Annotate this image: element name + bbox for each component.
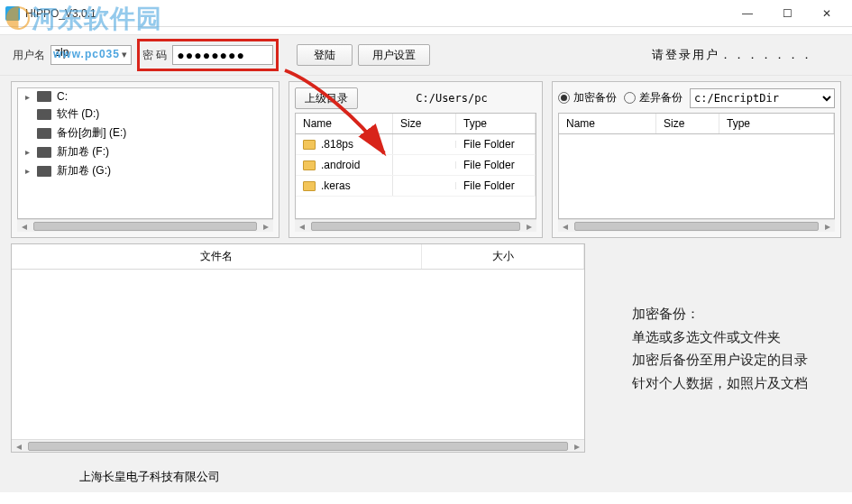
drive-icon xyxy=(37,166,51,177)
app-icon xyxy=(5,6,20,21)
file-type: File Folder xyxy=(456,155,536,175)
username-label: 用户名 xyxy=(13,48,45,63)
password-label: 密 码 xyxy=(142,48,167,63)
tree-node[interactable]: 软件 (D:) xyxy=(18,105,272,124)
expand-icon[interactable]: ▸ xyxy=(23,147,32,157)
tree-label: 新加卷 (G:) xyxy=(57,163,111,179)
tree-node[interactable]: ▸新加卷 (F:) xyxy=(18,142,272,161)
col-size[interactable]: Size xyxy=(393,114,456,133)
file-type: File Folder xyxy=(456,134,536,154)
titlebar: HIPPO_V3.0.1 — ☐ ✕ xyxy=(0,0,852,27)
user-settings-button[interactable]: 用户设置 xyxy=(358,44,430,66)
col-type[interactable]: Type xyxy=(456,114,536,133)
drive-icon xyxy=(37,109,51,120)
source-file-list[interactable]: .818psFile Folder.androidFile Folder.ker… xyxy=(295,133,536,219)
tree-label: 新加卷 (F:) xyxy=(57,144,109,160)
password-highlight-box: 密 码 xyxy=(137,39,279,71)
target-scrollbar[interactable]: ◂▸ xyxy=(558,219,835,232)
help-line2: 加密后备份至用户设定的目录 xyxy=(632,348,808,371)
col-name-r[interactable]: Name xyxy=(559,114,656,133)
current-path: C:/Users/pc xyxy=(367,92,536,105)
source-list-header: Name Size Type xyxy=(295,113,536,133)
login-toolbar: 用户名 zlp www.pc035 密 码 登陆 用户设置 请登录用户．．．．．… xyxy=(0,34,852,76)
list-item[interactable]: .818psFile Folder xyxy=(296,134,536,155)
target-list-header: Name Size Type xyxy=(558,113,835,133)
password-input[interactable] xyxy=(172,45,273,65)
drive-icon xyxy=(37,147,51,158)
tree-node[interactable]: ▸新加卷 (G:) xyxy=(18,161,272,180)
encrypt-backup-radio[interactable]: 加密备份 xyxy=(558,90,617,105)
selected-scrollbar[interactable]: ◂▸ xyxy=(12,439,584,452)
tree-label: 备份[勿删] (E:) xyxy=(57,125,126,141)
col-type-r[interactable]: Type xyxy=(719,114,834,133)
tree-label: C: xyxy=(57,90,68,103)
folder-icon xyxy=(303,181,316,191)
backup-target-panel: 加密备份 差异备份 c:/EncriptDir Name Size Type ◂… xyxy=(552,81,841,238)
col-filename[interactable]: 文件名 xyxy=(12,244,422,269)
selected-files-list[interactable] xyxy=(12,270,584,439)
col-size-r[interactable]: Size xyxy=(656,114,719,133)
file-size xyxy=(393,182,456,189)
drive-icon xyxy=(37,128,51,139)
expand-icon[interactable]: ▸ xyxy=(23,92,32,102)
help-title: 加密备份： xyxy=(632,302,808,325)
file-size xyxy=(393,141,456,148)
expand-icon[interactable]: ▸ xyxy=(23,166,32,176)
file-size xyxy=(393,161,456,169)
pcsite-overlay: www.pc035 xyxy=(53,48,120,60)
list-item[interactable]: .kerasFile Folder xyxy=(296,176,536,197)
file-name: .android xyxy=(321,159,360,171)
file-name: .818ps xyxy=(321,138,353,151)
folder-icon xyxy=(303,160,316,170)
drive-tree[interactable]: ▸C:软件 (D:)备份[勿删] (E:)▸新加卷 (F:)▸新加卷 (G:) xyxy=(17,87,273,219)
col-filesize[interactable]: 大小 xyxy=(422,244,584,269)
tree-node[interactable]: 备份[勿删] (E:) xyxy=(18,124,272,142)
file-name: .keras xyxy=(321,179,351,192)
source-browser-panel: 上级目录 C:/Users/pc Name Size Type .818psFi… xyxy=(289,81,543,238)
maximize-button[interactable]: ☐ xyxy=(767,1,807,26)
help-text-panel: 加密备份： 单选或多选文件或文件夹 加密后备份至用户设定的目录 针对个人数据，如… xyxy=(598,243,841,453)
folder-icon xyxy=(303,140,316,150)
drive-tree-panel: ▸C:软件 (D:)备份[勿删] (E:)▸新加卷 (F:)▸新加卷 (G:) … xyxy=(11,81,279,238)
footer-company: 上海长皇电子科技有限公司 xyxy=(0,462,852,492)
parent-dir-button[interactable]: 上级目录 xyxy=(295,87,358,109)
file-type: File Folder xyxy=(456,176,536,196)
login-button[interactable]: 登陆 xyxy=(297,44,353,66)
window-title: HIPPO_V3.0.1 xyxy=(25,7,96,20)
tree-scrollbar[interactable]: ◂▸ xyxy=(17,219,273,232)
drive-icon xyxy=(37,91,51,102)
help-line1: 单选或多选文件或文件夹 xyxy=(632,325,808,349)
tree-label: 软件 (D:) xyxy=(57,106,99,122)
close-button[interactable]: ✕ xyxy=(807,1,847,26)
source-scrollbar[interactable]: ◂▸ xyxy=(295,219,536,232)
minimize-button[interactable]: — xyxy=(728,1,767,26)
target-file-list[interactable] xyxy=(558,133,835,219)
list-item[interactable]: .androidFile Folder xyxy=(296,155,536,176)
dest-path-combo[interactable]: c:/EncriptDir xyxy=(690,88,835,108)
diff-backup-radio[interactable]: 差异备份 xyxy=(624,90,683,105)
col-name[interactable]: Name xyxy=(296,114,393,133)
tree-node[interactable]: ▸C: xyxy=(18,88,272,105)
login-prompt: 请登录用户．．．．．．． xyxy=(652,47,814,63)
username-combo[interactable]: zlp www.pc035 xyxy=(50,45,132,65)
selected-files-panel: 文件名 大小 ◂▸ xyxy=(11,243,585,453)
help-line3: 针对个人数据，如照片及文档 xyxy=(632,371,808,395)
